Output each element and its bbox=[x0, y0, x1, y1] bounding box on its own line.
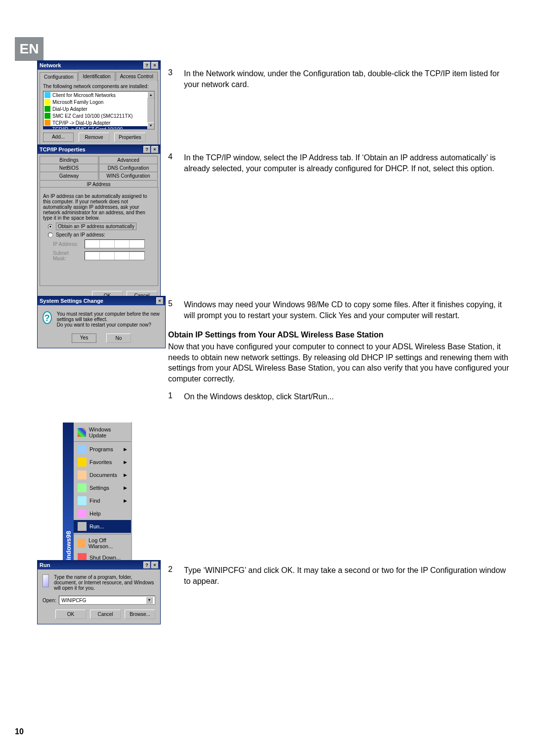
list-item: TCP/IP -> SMC EZ Card 10/100 (SMC1211TX) bbox=[52, 127, 153, 130]
page-number: 10 bbox=[15, 727, 24, 736]
network-components-label: The following network components are ins… bbox=[43, 84, 155, 89]
close-icon[interactable]: × bbox=[151, 562, 158, 568]
radio-obtain-auto[interactable] bbox=[48, 224, 53, 229]
run-titlebar: Run ? × bbox=[38, 561, 160, 569]
menu-find[interactable]: Find▶ bbox=[74, 494, 131, 507]
update-icon bbox=[78, 428, 86, 437]
properties-button[interactable]: Properties bbox=[114, 133, 146, 142]
list-item: SMC EZ Card 10/100 (SMC1211TX) bbox=[52, 113, 133, 119]
radio-specify-label: Specify an IP address: bbox=[56, 232, 105, 237]
chevron-right-icon: ▶ bbox=[124, 447, 127, 452]
network-titlebar: Network ? × bbox=[38, 61, 160, 70]
scroll-up-icon[interactable]: ▴ bbox=[147, 92, 154, 98]
tab-configuration[interactable]: Configuration bbox=[40, 72, 78, 81]
add-button[interactable]: Add... bbox=[43, 133, 74, 142]
menu-logoff[interactable]: Log Off Wlarson... bbox=[74, 535, 131, 551]
cancel-button[interactable]: Cancel bbox=[90, 610, 121, 619]
language-tag: EN bbox=[15, 37, 44, 61]
close-icon[interactable]: × bbox=[151, 146, 158, 153]
scrollbar[interactable]: ▴ ▾ bbox=[147, 92, 154, 129]
step-number: 4 bbox=[168, 152, 177, 174]
tab-dns[interactable]: DNS Configuration bbox=[99, 164, 158, 172]
chevron-down-icon[interactable]: ▾ bbox=[146, 597, 153, 604]
tab-netbios[interactable]: NetBIOS bbox=[40, 164, 98, 172]
menu-favorites[interactable]: Favorites▶ bbox=[74, 456, 131, 469]
syschange-title: System Settings Change bbox=[40, 298, 103, 304]
browse-button[interactable]: Browse... bbox=[125, 610, 155, 619]
syschange-line2: Do you want to restart your computer now… bbox=[57, 322, 160, 328]
step-text: In the TCP/IP window, select the IP Addr… bbox=[184, 152, 514, 174]
help-icon[interactable]: ? bbox=[143, 562, 150, 568]
no-button[interactable]: No bbox=[106, 333, 131, 343]
ip-address-input bbox=[85, 239, 145, 248]
tab-gateway[interactable]: Gateway bbox=[40, 172, 98, 180]
section-heading: Obtain IP Settings from Your ADSL Wirele… bbox=[168, 331, 514, 339]
tcpip-titlebar: TCP/IP Properties ? × bbox=[38, 145, 160, 154]
tab-bindings[interactable]: Bindings bbox=[40, 156, 98, 164]
logoff-icon bbox=[78, 539, 86, 548]
list-item: Microsoft Family Logon bbox=[52, 99, 103, 105]
step-text: Type ‘WINIPCFG’ and click OK. It may tak… bbox=[184, 565, 514, 586]
help-icon[interactable]: ? bbox=[143, 62, 150, 69]
menu-windows-update[interactable]: Windows Update bbox=[74, 425, 131, 440]
scroll-down-icon[interactable]: ▾ bbox=[147, 122, 154, 129]
menu-documents[interactable]: Documents▶ bbox=[74, 469, 131, 481]
menu-help[interactable]: Help bbox=[74, 507, 131, 520]
tab-access-control[interactable]: Access Control bbox=[116, 72, 158, 81]
ok-button[interactable]: OK bbox=[55, 610, 86, 619]
help-icon[interactable]: ? bbox=[143, 146, 150, 153]
tab-identification[interactable]: Identification bbox=[78, 72, 115, 81]
protocol-icon bbox=[44, 129, 50, 130]
network-tabs: Configuration Identification Access Cont… bbox=[40, 72, 158, 81]
favorites-icon bbox=[78, 458, 87, 467]
step-number: 1 bbox=[168, 391, 177, 402]
list-item: Client for Microsoft Networks bbox=[52, 93, 116, 98]
system-settings-dialog: System Settings Change × ? You must rest… bbox=[37, 296, 166, 348]
tab-wins[interactable]: WINS Configuration bbox=[99, 172, 158, 180]
chevron-right-icon: ▶ bbox=[124, 472, 127, 477]
run-icon bbox=[78, 522, 87, 531]
close-icon[interactable]: × bbox=[156, 297, 163, 304]
tcpip-title: TCP/IP Properties bbox=[40, 146, 86, 152]
section-paragraph: Now that you have configured your comput… bbox=[168, 341, 514, 384]
tcpip-window: TCP/IP Properties ? × Bindings Advanced … bbox=[37, 144, 161, 304]
subnet-mask-label: Subnet Mask: bbox=[53, 250, 81, 261]
run-input[interactable]: WINIPCFG ▾ bbox=[59, 596, 155, 605]
question-icon: ? bbox=[43, 311, 52, 324]
step-text: On the Windows desktop, click Start/Run.… bbox=[184, 391, 514, 402]
step-text: Windows may need your Windows 98/Me CD t… bbox=[184, 299, 514, 321]
run-open-label: Open: bbox=[43, 598, 56, 603]
adapter-icon bbox=[44, 106, 50, 112]
menu-run[interactable]: Run... bbox=[74, 520, 131, 533]
network-components-list[interactable]: Client for Microsoft Networks Microsoft … bbox=[43, 91, 155, 130]
step-text: In the Network window, under the Configu… bbox=[184, 68, 514, 90]
run-description: Type the name of a program, folder, docu… bbox=[54, 574, 155, 591]
menu-programs[interactable]: Programs▶ bbox=[74, 443, 131, 456]
chevron-right-icon: ▶ bbox=[124, 460, 127, 465]
run-dialog: Run ? × Type the name of a program, fold… bbox=[37, 560, 161, 624]
documents-icon bbox=[78, 471, 87, 479]
yes-button[interactable]: Yes bbox=[72, 333, 96, 343]
client-icon bbox=[44, 92, 50, 98]
radio-specify[interactable] bbox=[48, 233, 53, 237]
step-number: 2 bbox=[168, 565, 177, 586]
adapter-icon bbox=[44, 113, 50, 119]
syschange-line1: You must restart your computer before th… bbox=[57, 311, 160, 322]
step-number: 5 bbox=[168, 299, 177, 321]
tab-advanced[interactable]: Advanced bbox=[99, 156, 158, 164]
subnet-mask-input bbox=[85, 251, 145, 260]
network-window: Network ? × Configuration Identification… bbox=[37, 60, 161, 148]
chevron-right-icon: ▶ bbox=[124, 498, 127, 503]
close-icon[interactable]: × bbox=[151, 62, 158, 69]
list-item: Dial-Up Adapter bbox=[52, 106, 88, 112]
ip-address-label: IP Address: bbox=[53, 241, 81, 247]
logon-icon bbox=[44, 99, 50, 105]
network-title: Network bbox=[40, 62, 61, 68]
start-menu: Windows98 Windows Update Programs▶ Favor… bbox=[62, 422, 142, 578]
find-icon bbox=[78, 496, 87, 505]
list-item: TCP/IP -> Dial-Up Adapter bbox=[52, 120, 110, 126]
menu-settings[interactable]: Settings▶ bbox=[74, 481, 131, 494]
windows98-sidebar: Windows98 bbox=[63, 423, 74, 566]
remove-button[interactable]: Remove bbox=[79, 133, 109, 142]
run-app-icon bbox=[43, 574, 49, 587]
